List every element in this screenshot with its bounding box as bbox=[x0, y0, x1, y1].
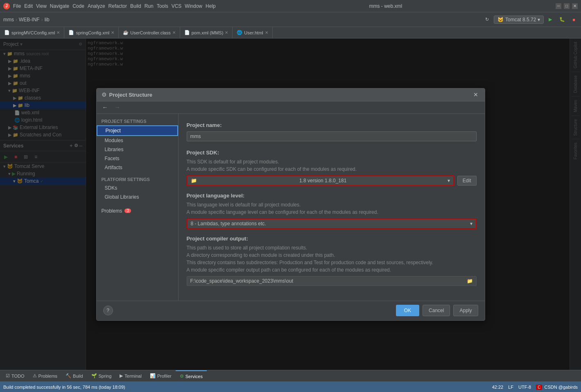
menu-help[interactable]: Help bbox=[206, 3, 216, 9]
tab-userhtml[interactable]: 🌐 User.html ✕ bbox=[233, 27, 272, 39]
modal-ok-button[interactable]: OK bbox=[396, 305, 419, 316]
modal-title-bar: ⚙ Project Structure ✕ bbox=[97, 88, 485, 102]
window-title: mms - web.xml bbox=[216, 3, 556, 9]
menu-vcs[interactable]: VCS bbox=[172, 3, 182, 9]
platform-settings-section-label: Platform Settings bbox=[97, 175, 178, 184]
modal-body: Project Settings Project Modules Librari… bbox=[97, 114, 485, 301]
output-desc1: This path is used to store all project c… bbox=[187, 245, 477, 251]
build-status-message: Build completed successfully in 56 sec, … bbox=[3, 385, 125, 390]
tab-spring[interactable]: 🌱 Spring bbox=[87, 370, 116, 382]
modal-close-button[interactable]: ✕ bbox=[472, 91, 480, 99]
sdk-section: Project SDK: This SDK is default for all… bbox=[187, 150, 477, 186]
language-level-select[interactable]: 8 - Lambdas, type annotations etc. ▾ bbox=[187, 218, 477, 229]
tab-close-springmvc[interactable]: ✕ bbox=[57, 30, 60, 35]
menu-edit[interactable]: Edit bbox=[24, 3, 33, 9]
tab-springmvc-icon: 📄 bbox=[4, 30, 10, 35]
main-toolbar: mms › WEB-INF › lib ↻ 🐱 Tomcat 8.5.72 ▾ … bbox=[0, 12, 581, 27]
modal-item-sdks[interactable]: SDKs bbox=[97, 184, 178, 193]
menu-build[interactable]: Build bbox=[130, 3, 141, 9]
project-settings-section-label: Project Settings bbox=[97, 117, 178, 125]
profiler-icon: 📊 bbox=[150, 373, 156, 378]
modal-title: Project Structure bbox=[109, 92, 472, 98]
tab-springconfig[interactable]: 📄 springConfig.xml ✕ bbox=[64, 27, 119, 39]
modal-item-problems[interactable]: Problems 3 bbox=[97, 206, 178, 215]
language-level-section: Project language level: This language le… bbox=[187, 193, 477, 229]
tab-build[interactable]: 🔨 Build bbox=[61, 370, 87, 382]
status-right: 42:22 LF UTF-8 C CSDN @gabirds bbox=[492, 385, 578, 390]
menu-file[interactable]: File bbox=[13, 3, 21, 9]
toolbar-actions: ↻ 🐱 Tomcat 8.5.72 ▾ ▶ 🐛 ■ bbox=[483, 16, 578, 24]
menu-analyze[interactable]: Analyze bbox=[88, 3, 105, 9]
tab-pomxml[interactable]: 📄 pom.xml (MMS) ✕ bbox=[180, 27, 233, 39]
build-icon: 🔨 bbox=[66, 373, 71, 378]
bottom-tab-bar: ☑ TODO ⚠ Problems 🔨 Build 🌱 Spring ▶ Ter… bbox=[0, 370, 581, 381]
tab-close-springconfig[interactable]: ✕ bbox=[111, 30, 114, 35]
spring-icon: 🌱 bbox=[91, 373, 97, 378]
editor-tab-bar: 📄 springMVCConfig.xml ✕ 📄 springConfig.x… bbox=[0, 27, 581, 39]
menu-navigate[interactable]: Navigate bbox=[50, 3, 69, 9]
sdk-desc1: This SDK is default for all project modu… bbox=[187, 159, 477, 165]
modal-forward-button[interactable]: → bbox=[112, 103, 123, 111]
status-charset: UTF-8 bbox=[518, 385, 531, 390]
tab-profiler[interactable]: 📊 Profiler bbox=[146, 370, 176, 382]
breadcrumb-project[interactable]: mms bbox=[3, 17, 14, 23]
compiler-output-section: Project compiler output: This path is us… bbox=[187, 236, 477, 286]
tab-problems[interactable]: ⚠ Problems bbox=[29, 370, 61, 382]
tab-springmvc[interactable]: 📄 springMVCConfig.xml ✕ bbox=[0, 27, 64, 39]
tab-todo[interactable]: ☑ TODO bbox=[2, 370, 29, 382]
tab-close-usercontroller[interactable]: ✕ bbox=[172, 30, 176, 35]
menu-bar-inline: File Edit View Navigate Code Analyze Ref… bbox=[13, 3, 216, 9]
modal-item-facets[interactable]: Facets bbox=[97, 154, 178, 163]
modal-help-button[interactable]: ? bbox=[103, 306, 113, 315]
tab-close-pomxml[interactable]: ✕ bbox=[225, 30, 228, 35]
output-browse-icon[interactable]: 📁 bbox=[467, 278, 473, 284]
stop-button[interactable]: ■ bbox=[570, 16, 578, 23]
menu-code[interactable]: Code bbox=[72, 3, 84, 9]
tab-usercontroller[interactable]: ☕ UserController.class ✕ bbox=[119, 27, 180, 39]
output-desc4: A module specific compiler output path c… bbox=[187, 267, 477, 273]
menu-tools[interactable]: Tools bbox=[157, 3, 168, 9]
tab-services[interactable]: ⚙ Services bbox=[176, 370, 207, 382]
output-desc3: This directory contains two subdirectori… bbox=[187, 260, 477, 265]
debug-button[interactable]: 🐛 bbox=[557, 16, 567, 23]
sdk-row: 📁 1.8 version 1.8.0_181 ▾ Edit bbox=[187, 175, 477, 186]
modal-footer: ? OK Cancel Apply bbox=[97, 301, 485, 320]
modal-nav: ← → bbox=[97, 102, 485, 114]
menu-window[interactable]: Window bbox=[185, 3, 202, 9]
update-button[interactable]: ↻ bbox=[483, 16, 491, 23]
main-layout: Project ▾ ⚙ ▾ 📁 mms sources root ▶ 📁 .id… bbox=[0, 39, 581, 370]
project-name-label: Project name: bbox=[187, 122, 477, 128]
run-config-selector[interactable]: 🐱 Tomcat 8.5.72 ▾ bbox=[494, 16, 544, 24]
modal-title-icon: ⚙ bbox=[102, 91, 107, 98]
sdk-select[interactable]: 📁 1.8 version 1.8.0_181 ▾ bbox=[187, 175, 454, 186]
modal-item-artifacts[interactable]: Artifacts bbox=[97, 163, 178, 172]
menu-run[interactable]: Run bbox=[145, 3, 154, 9]
tab-terminal[interactable]: ▶ Terminal bbox=[115, 370, 146, 382]
close-button[interactable]: ✕ bbox=[572, 3, 578, 9]
run-button[interactable]: ▶ bbox=[546, 16, 554, 23]
status-encoding: LF bbox=[508, 385, 513, 390]
menu-view[interactable]: View bbox=[36, 3, 47, 9]
tab-close-userhtml[interactable]: ✕ bbox=[265, 30, 268, 35]
modal-back-button[interactable]: ← bbox=[100, 103, 111, 111]
modal-cancel-button[interactable]: Cancel bbox=[423, 305, 450, 316]
breadcrumb-lib[interactable]: lib bbox=[45, 17, 50, 23]
tab-usercontroller-icon: ☕ bbox=[123, 30, 129, 35]
modal-item-project[interactable]: Project bbox=[97, 125, 178, 136]
sdk-edit-button[interactable]: Edit bbox=[457, 176, 477, 186]
tab-pomxml-icon: 📄 bbox=[184, 30, 190, 35]
menu-refactor[interactable]: Refactor bbox=[109, 3, 127, 9]
tab-userhtml-icon: 🌐 bbox=[237, 30, 242, 35]
lang-desc2: A module specific language level can be … bbox=[187, 209, 477, 215]
modal-apply-button[interactable]: Apply bbox=[453, 305, 478, 316]
modal-item-libraries[interactable]: Libraries bbox=[97, 145, 178, 154]
title-bar: J File Edit View Navigate Code Analyze R… bbox=[0, 0, 581, 12]
modal-item-modules[interactable]: Modules bbox=[97, 136, 178, 145]
project-name-input[interactable] bbox=[187, 131, 477, 141]
terminal-icon: ▶ bbox=[120, 373, 123, 378]
modal-item-global-libraries[interactable]: Global Libraries bbox=[97, 193, 178, 202]
breadcrumb-webinf[interactable]: WEB-INF bbox=[19, 17, 40, 23]
minimize-button[interactable]: ─ bbox=[556, 3, 561, 9]
status-bar: Build completed successfully in 56 sec, … bbox=[0, 381, 581, 392]
maximize-button[interactable]: □ bbox=[564, 3, 570, 9]
